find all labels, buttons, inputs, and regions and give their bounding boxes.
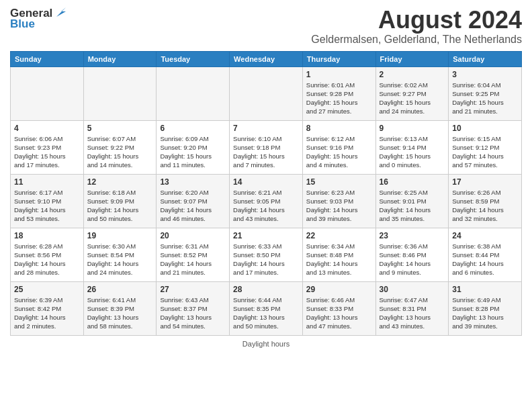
day-info: Sunrise: 6:12 AM Sunset: 9:16 PM Dayligh… <box>306 134 372 170</box>
day-info: Sunrise: 6:26 AM Sunset: 8:59 PM Dayligh… <box>452 188 518 224</box>
page: General Blue August 2024 Geldermalsen, G… <box>0 0 532 411</box>
day-info: Sunrise: 6:36 AM Sunset: 8:46 PM Dayligh… <box>380 242 445 277</box>
calendar-cell: 27Sunrise: 6:43 AM Sunset: 8:37 PM Dayli… <box>157 281 230 335</box>
day-number: 29 <box>306 285 372 294</box>
calendar-cell: 25Sunrise: 6:39 AM Sunset: 8:42 PM Dayli… <box>11 281 84 335</box>
subtitle: Geldermalsen, Gelderland, The Netherland… <box>311 34 522 46</box>
day-info: Sunrise: 6:39 AM Sunset: 8:42 PM Dayligh… <box>14 295 80 331</box>
day-number: 30 <box>380 285 445 294</box>
header-day-sunday: Sunday <box>11 51 84 66</box>
week-row-2: 11Sunrise: 6:17 AM Sunset: 9:10 PM Dayli… <box>11 174 522 228</box>
calendar-table: SundayMondayTuesdayWednesdayThursdayFrid… <box>10 51 522 336</box>
day-number: 14 <box>233 177 299 187</box>
calendar-cell <box>230 66 303 120</box>
week-row-4: 25Sunrise: 6:39 AM Sunset: 8:42 PM Dayli… <box>11 281 522 335</box>
calendar-cell: 24Sunrise: 6:38 AM Sunset: 8:44 PM Dayli… <box>449 228 522 281</box>
calendar-header: SundayMondayTuesdayWednesdayThursdayFrid… <box>11 51 522 66</box>
day-number: 2 <box>380 70 445 79</box>
day-number: 9 <box>380 124 445 133</box>
logo-blue: Blue <box>10 17 35 31</box>
day-info: Sunrise: 6:25 AM Sunset: 9:01 PM Dayligh… <box>380 188 445 224</box>
calendar-cell: 13Sunrise: 6:20 AM Sunset: 9:07 PM Dayli… <box>157 174 230 228</box>
calendar-cell <box>157 66 230 120</box>
day-number: 18 <box>14 231 80 240</box>
footer: Daylight hours <box>10 340 522 348</box>
calendar-cell: 10Sunrise: 6:15 AM Sunset: 9:12 PM Dayli… <box>449 120 522 174</box>
day-info: Sunrise: 6:17 AM Sunset: 9:10 PM Dayligh… <box>14 188 80 224</box>
day-number: 8 <box>306 124 372 133</box>
footer-text: Daylight hours <box>242 340 290 348</box>
svg-marker-0 <box>56 7 66 17</box>
logo: General Blue <box>10 7 69 31</box>
day-info: Sunrise: 6:10 AM Sunset: 9:18 PM Dayligh… <box>233 134 299 170</box>
calendar-cell: 12Sunrise: 6:18 AM Sunset: 9:09 PM Dayli… <box>83 174 157 228</box>
day-number: 19 <box>87 231 153 240</box>
day-info: Sunrise: 6:41 AM Sunset: 8:39 PM Dayligh… <box>87 295 153 331</box>
calendar-cell: 18Sunrise: 6:28 AM Sunset: 8:56 PM Dayli… <box>11 228 84 281</box>
day-info: Sunrise: 6:38 AM Sunset: 8:44 PM Dayligh… <box>452 242 518 277</box>
day-info: Sunrise: 6:15 AM Sunset: 9:12 PM Dayligh… <box>452 134 518 170</box>
day-number: 17 <box>452 177 518 187</box>
day-info: Sunrise: 6:30 AM Sunset: 8:54 PM Dayligh… <box>87 242 153 277</box>
day-info: Sunrise: 6:31 AM Sunset: 8:52 PM Dayligh… <box>160 242 226 277</box>
day-info: Sunrise: 6:07 AM Sunset: 9:22 PM Dayligh… <box>87 134 153 170</box>
day-number: 23 <box>380 231 445 240</box>
day-info: Sunrise: 6:46 AM Sunset: 8:33 PM Dayligh… <box>306 295 372 331</box>
calendar-cell: 8Sunrise: 6:12 AM Sunset: 9:16 PM Daylig… <box>302 120 375 174</box>
day-info: Sunrise: 6:20 AM Sunset: 9:07 PM Dayligh… <box>160 188 226 224</box>
day-number: 4 <box>14 124 80 133</box>
day-number: 15 <box>306 177 372 187</box>
calendar-cell: 29Sunrise: 6:46 AM Sunset: 8:33 PM Dayli… <box>302 281 375 335</box>
calendar-cell: 6Sunrise: 6:09 AM Sunset: 9:20 PM Daylig… <box>157 120 230 174</box>
header-day-friday: Friday <box>375 51 449 66</box>
calendar-cell: 22Sunrise: 6:34 AM Sunset: 8:48 PM Dayli… <box>302 228 375 281</box>
day-info: Sunrise: 6:49 AM Sunset: 8:28 PM Dayligh… <box>452 295 518 331</box>
header: General Blue August 2024 Geldermalsen, G… <box>10 7 522 46</box>
calendar-cell: 16Sunrise: 6:25 AM Sunset: 9:01 PM Dayli… <box>375 174 449 228</box>
day-number: 25 <box>14 285 80 294</box>
day-number: 31 <box>452 285 518 294</box>
calendar-cell: 28Sunrise: 6:44 AM Sunset: 8:35 PM Dayli… <box>230 281 303 335</box>
day-number: 28 <box>233 285 299 294</box>
header-row: SundayMondayTuesdayWednesdayThursdayFrid… <box>11 51 522 66</box>
week-row-1: 4Sunrise: 6:06 AM Sunset: 9:23 PM Daylig… <box>11 120 522 174</box>
day-number: 21 <box>233 231 299 240</box>
calendar-cell: 14Sunrise: 6:21 AM Sunset: 9:05 PM Dayli… <box>230 174 303 228</box>
calendar-cell <box>83 66 157 120</box>
day-info: Sunrise: 6:09 AM Sunset: 9:20 PM Dayligh… <box>160 134 226 170</box>
day-info: Sunrise: 6:21 AM Sunset: 9:05 PM Dayligh… <box>233 188 299 224</box>
day-number: 7 <box>233 124 299 133</box>
day-info: Sunrise: 6:23 AM Sunset: 9:03 PM Dayligh… <box>306 188 372 224</box>
calendar-cell: 15Sunrise: 6:23 AM Sunset: 9:03 PM Dayli… <box>302 174 375 228</box>
calendar-cell <box>11 66 84 120</box>
day-info: Sunrise: 6:47 AM Sunset: 8:31 PM Dayligh… <box>380 295 445 331</box>
calendar-cell: 31Sunrise: 6:49 AM Sunset: 8:28 PM Dayli… <box>449 281 522 335</box>
day-number: 12 <box>87 177 153 187</box>
day-info: Sunrise: 6:43 AM Sunset: 8:37 PM Dayligh… <box>160 295 226 331</box>
day-info: Sunrise: 6:34 AM Sunset: 8:48 PM Dayligh… <box>306 242 372 277</box>
calendar-cell: 20Sunrise: 6:31 AM Sunset: 8:52 PM Dayli… <box>157 228 230 281</box>
day-number: 26 <box>87 285 153 294</box>
day-number: 1 <box>306 70 372 79</box>
calendar-cell: 17Sunrise: 6:26 AM Sunset: 8:59 PM Dayli… <box>449 174 522 228</box>
day-number: 10 <box>452 124 518 133</box>
day-info: Sunrise: 6:02 AM Sunset: 9:27 PM Dayligh… <box>380 81 445 116</box>
header-day-wednesday: Wednesday <box>230 51 303 66</box>
day-info: Sunrise: 6:18 AM Sunset: 9:09 PM Dayligh… <box>87 188 153 224</box>
logo-icon <box>54 5 69 19</box>
day-number: 6 <box>160 124 226 133</box>
calendar-cell: 5Sunrise: 6:07 AM Sunset: 9:22 PM Daylig… <box>83 120 157 174</box>
day-number: 3 <box>452 70 518 79</box>
calendar-cell: 21Sunrise: 6:33 AM Sunset: 8:50 PM Dayli… <box>230 228 303 281</box>
day-info: Sunrise: 6:13 AM Sunset: 9:14 PM Dayligh… <box>380 134 445 170</box>
day-number: 22 <box>306 231 372 240</box>
title-block: August 2024 Geldermalsen, Gelderland, Th… <box>311 7 522 46</box>
calendar-cell: 1Sunrise: 6:01 AM Sunset: 9:28 PM Daylig… <box>302 66 375 120</box>
calendar-cell: 23Sunrise: 6:36 AM Sunset: 8:46 PM Dayli… <box>375 228 449 281</box>
calendar-cell: 7Sunrise: 6:10 AM Sunset: 9:18 PM Daylig… <box>230 120 303 174</box>
header-day-tuesday: Tuesday <box>157 51 230 66</box>
week-row-0: 1Sunrise: 6:01 AM Sunset: 9:28 PM Daylig… <box>11 66 522 120</box>
day-info: Sunrise: 6:28 AM Sunset: 8:56 PM Dayligh… <box>14 242 80 277</box>
calendar-cell: 2Sunrise: 6:02 AM Sunset: 9:27 PM Daylig… <box>375 66 449 120</box>
calendar-cell: 4Sunrise: 6:06 AM Sunset: 9:23 PM Daylig… <box>11 120 84 174</box>
